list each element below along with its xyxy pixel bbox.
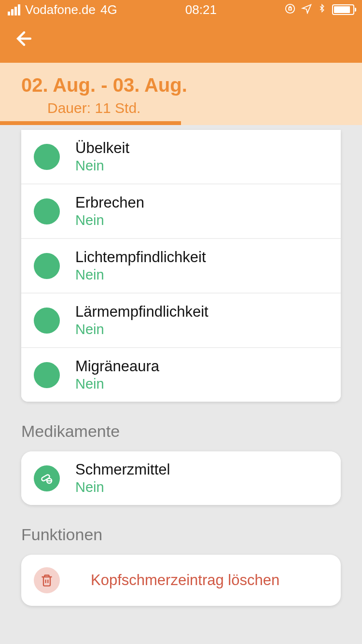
list-item[interactable]: Migräneaura Nein	[21, 347, 341, 402]
svg-point-0	[286, 4, 294, 13]
symptom-list: Übelkeit Nein Erbrechen Nein Lichtempfin…	[21, 130, 341, 402]
date-range: 02. Aug. - 03. Aug.	[21, 74, 341, 96]
carrier-label: Vodafone.de	[25, 2, 96, 17]
status-dot-icon	[34, 362, 60, 388]
symptom-label: Übelkeit	[75, 140, 328, 157]
battery-icon	[332, 4, 354, 15]
list-item[interactable]: Lichtempfindlichkeit Nein	[21, 238, 341, 293]
status-dot-icon	[34, 198, 60, 224]
duration-label: Dauer: 11 Std.	[21, 100, 341, 116]
nav-bar	[0, 19, 362, 63]
status-dot-icon	[34, 253, 60, 279]
progress-indicator	[0, 121, 181, 125]
status-bar: Vodafone.de 4G 08:21	[0, 0, 362, 19]
delete-entry-button[interactable]: Kopfschmerzeintrag löschen	[21, 555, 341, 606]
bluetooth-icon	[318, 2, 326, 17]
symptom-label: Lichtempfindlichkeit	[75, 249, 328, 266]
lock-rotation-icon	[285, 2, 295, 17]
network-label: 4G	[100, 2, 117, 17]
status-right	[285, 2, 354, 17]
section-title-functions: Funktionen	[21, 525, 341, 544]
location-icon	[301, 2, 312, 17]
list-item[interactable]: Übelkeit Nein	[21, 130, 341, 183]
medication-value: Nein	[75, 479, 328, 495]
symptom-value: Nein	[75, 267, 328, 283]
symptom-label: Lärmempfindlichkeit	[75, 303, 328, 321]
status-dot-icon	[34, 144, 60, 170]
medication-list: Schmerzmittel Nein	[21, 451, 341, 505]
symptom-value: Nein	[75, 158, 328, 174]
pill-icon	[34, 465, 60, 491]
symptom-value: Nein	[75, 322, 328, 337]
back-button[interactable]	[14, 28, 35, 54]
status-left: Vodafone.de 4G	[8, 2, 117, 17]
section-title-medications: Medikamente	[21, 422, 341, 441]
signal-icon	[8, 4, 20, 15]
symptom-label: Erbrechen	[75, 194, 328, 211]
list-item[interactable]: Lärmempfindlichkeit Nein	[21, 293, 341, 347]
status-time: 08:21	[185, 2, 217, 17]
trash-icon	[34, 567, 60, 593]
list-item[interactable]: Erbrechen Nein	[21, 183, 341, 238]
list-item[interactable]: Schmerzmittel Nein	[21, 451, 341, 505]
header-section: 02. Aug. - 03. Aug. Dauer: 11 Std.	[0, 63, 362, 125]
symptom-value: Nein	[75, 212, 328, 228]
symptom-value: Nein	[75, 376, 328, 392]
status-dot-icon	[34, 308, 60, 334]
content-area: Übelkeit Nein Erbrechen Nein Lichtempfin…	[0, 130, 362, 606]
medication-label: Schmerzmittel	[75, 461, 328, 478]
delete-entry-label: Kopfschmerzeintrag löschen	[91, 572, 279, 589]
symptom-label: Migräneaura	[75, 358, 328, 375]
